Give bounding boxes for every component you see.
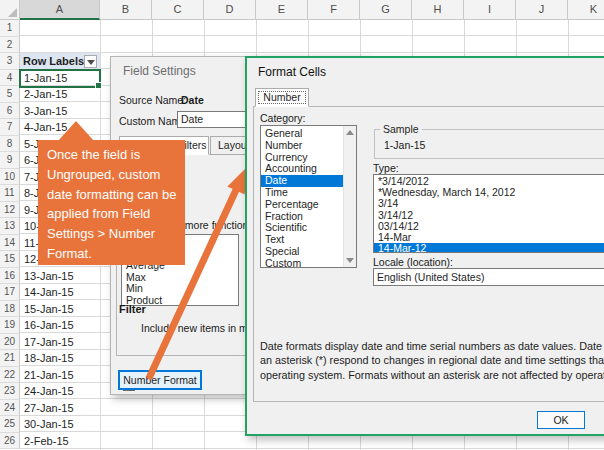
select-all-corner[interactable] xyxy=(0,0,20,20)
scroll-down-icon xyxy=(346,258,354,263)
field-settings-title: Field Settings xyxy=(123,64,196,78)
row-header-8[interactable]: 8 xyxy=(0,136,20,153)
row-header-21[interactable]: 21 xyxy=(0,350,20,367)
category-listbox[interactable]: GeneralNumberCurrencyAccountingDateTimeP… xyxy=(260,125,357,268)
format-cells-dialog: Format Cells Number Category: GeneralNum… xyxy=(245,56,604,436)
function-item[interactable]: Min xyxy=(122,283,238,295)
sample-label: Sample xyxy=(380,123,422,135)
cell-A24[interactable]: 27-Jan-15 xyxy=(20,400,100,417)
category-item[interactable]: Percentage xyxy=(261,199,344,211)
column-header-E[interactable]: E xyxy=(256,0,308,20)
row-header-25[interactable]: 25 xyxy=(0,416,20,433)
format-cells-title: Format Cells xyxy=(258,65,326,79)
cell-A16[interactable]: 13-Jan-15 xyxy=(20,268,100,285)
row-header-17[interactable]: 17 xyxy=(0,284,20,301)
cell-A21[interactable]: 18-Jan-15 xyxy=(20,350,100,367)
row-header-13[interactable]: 13 xyxy=(0,218,20,235)
row-header-7[interactable]: 7 xyxy=(0,119,20,136)
ok-button[interactable]: OK xyxy=(537,411,585,429)
category-item[interactable]: Number xyxy=(261,140,344,152)
annotation-callout: Once the field is Ungrouped, custom date… xyxy=(38,140,185,265)
scroll-up-icon xyxy=(346,130,354,135)
row-header-9[interactable]: 9 xyxy=(0,152,20,169)
cell-A18[interactable]: 15-Jan-15 xyxy=(20,301,100,318)
row-header-2[interactable]: 2 xyxy=(0,37,20,54)
sample-value: 1-Jan-15 xyxy=(384,139,425,151)
select-all-triangle-icon xyxy=(8,8,17,17)
column-header-F[interactable]: F xyxy=(308,0,360,20)
column-header-row: ABCDEFGHIJK xyxy=(0,0,604,20)
row-header-10[interactable]: 10 xyxy=(0,169,20,186)
cell-A5[interactable]: 2-Jan-15 xyxy=(20,86,100,103)
row-header-15[interactable]: 15 xyxy=(0,251,20,268)
number-format-button[interactable]: Number Format xyxy=(118,370,202,390)
column-header-K[interactable]: K xyxy=(568,0,604,20)
row-header-column: 1234567891011121314151617181920212223242… xyxy=(0,20,20,449)
cell-A25[interactable]: 30-Jan-15 xyxy=(20,416,100,433)
excel-screenshot: ABCDEFGHIJK 1234567891011121314151617181… xyxy=(0,0,604,450)
column-header-A[interactable]: A xyxy=(20,0,100,20)
type-item[interactable]: 3/14 xyxy=(374,198,604,209)
tab-number[interactable]: Number xyxy=(255,88,309,107)
row-header-14[interactable]: 14 xyxy=(0,235,20,252)
row-header-26[interactable]: 26 xyxy=(0,433,20,450)
type-listbox[interactable]: *3/14/2012*Wednesday, March 14, 20123/14… xyxy=(373,174,604,253)
cell-A17[interactable]: 14-Jan-15 xyxy=(20,284,100,301)
active-cell-selection xyxy=(19,69,101,88)
column-header-J[interactable]: J xyxy=(516,0,568,20)
row-header-12[interactable]: 12 xyxy=(0,202,20,219)
filter-section-label: Filter xyxy=(119,303,146,315)
row-header-19[interactable]: 19 xyxy=(0,317,20,334)
cell-A26[interactable]: 2-Feb-15 xyxy=(20,433,100,450)
column-header-H[interactable]: H xyxy=(412,0,464,20)
locale-label: Locale (location): xyxy=(373,256,453,268)
category-item[interactable]: Custom xyxy=(261,258,344,268)
column-header-D[interactable]: D xyxy=(204,0,256,20)
cell-A22[interactable]: 21-Jan-15 xyxy=(20,367,100,384)
pivot-filter-dropdown-button[interactable] xyxy=(84,55,97,68)
column-header-C[interactable]: C xyxy=(152,0,204,20)
row-header-1[interactable]: 1 xyxy=(0,20,20,37)
chevron-down-icon xyxy=(87,60,95,65)
row-header-11[interactable]: 11 xyxy=(0,185,20,202)
fill-handle[interactable] xyxy=(95,82,102,89)
row-header-18[interactable]: 18 xyxy=(0,301,20,318)
type-item[interactable]: *Wednesday, March 14, 2012 xyxy=(374,187,604,198)
category-item[interactable]: Time xyxy=(261,187,344,199)
column-header-I[interactable]: I xyxy=(464,0,516,20)
cell-A19[interactable]: 16-Jan-15 xyxy=(20,317,100,334)
column-header-G[interactable]: G xyxy=(360,0,412,20)
row-header-4[interactable]: 4 xyxy=(0,70,20,87)
locale-combobox[interactable]: English (United States) xyxy=(373,268,604,286)
category-item[interactable]: Special xyxy=(261,246,344,258)
category-label: Category: xyxy=(260,112,306,124)
cell-A20[interactable]: 17-Jan-15 xyxy=(20,334,100,351)
cell-A23[interactable]: 24-Jan-15 xyxy=(20,383,100,400)
cell-A6[interactable]: 3-Jan-15 xyxy=(20,103,100,120)
row-header-16[interactable]: 16 xyxy=(0,268,20,285)
cell-A7[interactable]: 4-Jan-15 xyxy=(20,119,100,136)
type-item[interactable]: 14-Mar-12 xyxy=(374,243,604,253)
category-scrollbar[interactable] xyxy=(343,126,356,267)
row-header-24[interactable]: 24 xyxy=(0,400,20,417)
row-header-3[interactable]: 3 xyxy=(0,53,20,70)
row-header-20[interactable]: 20 xyxy=(0,334,20,351)
source-name-value: Date xyxy=(181,94,204,106)
type-label: Type: xyxy=(373,162,399,174)
row-header-22[interactable]: 22 xyxy=(0,367,20,384)
source-name-label: Source Name: xyxy=(119,94,186,106)
description-text: Date formats display date and time seria… xyxy=(260,339,604,382)
row-header-23[interactable]: 23 xyxy=(0,383,20,400)
row-header-5[interactable]: 5 xyxy=(0,86,20,103)
column-header-B[interactable]: B xyxy=(100,0,152,20)
row-header-6[interactable]: 6 xyxy=(0,103,20,120)
